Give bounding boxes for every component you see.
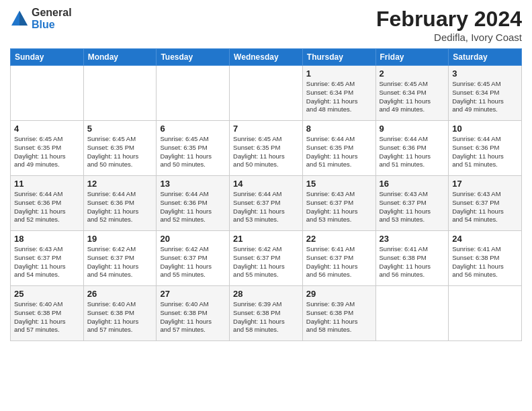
day-header-sunday: Sunday xyxy=(11,49,84,66)
day-header-friday: Friday xyxy=(375,49,449,66)
location: Dedifla, Ivory Coast xyxy=(376,32,522,43)
cell-info: Sunrise: 6:41 AM Sunset: 6:38 PM Dayligh… xyxy=(380,245,445,279)
calendar-cell: 4Sunrise: 6:45 AM Sunset: 6:35 PM Daylig… xyxy=(11,121,84,176)
day-header-wednesday: Wednesday xyxy=(230,49,303,66)
cell-info: Sunrise: 6:43 AM Sunset: 6:37 PM Dayligh… xyxy=(14,245,80,279)
day-number: 16 xyxy=(380,179,445,189)
calendar-cell: 7Sunrise: 6:45 AM Sunset: 6:35 PM Daylig… xyxy=(230,121,303,176)
day-number: 12 xyxy=(87,179,153,189)
calendar-cell: 17Sunrise: 6:43 AM Sunset: 6:37 PM Dayli… xyxy=(449,176,522,231)
cell-info: Sunrise: 6:44 AM Sunset: 6:36 PM Dayligh… xyxy=(380,135,445,169)
calendar-cell: 14Sunrise: 6:44 AM Sunset: 6:37 PM Dayli… xyxy=(230,176,303,231)
calendar-cell: 18Sunrise: 6:43 AM Sunset: 6:37 PM Dayli… xyxy=(11,231,84,286)
day-number: 27 xyxy=(160,289,226,299)
cell-info: Sunrise: 6:45 AM Sunset: 6:35 PM Dayligh… xyxy=(233,135,299,169)
calendar-cell: 5Sunrise: 6:45 AM Sunset: 6:35 PM Daylig… xyxy=(83,121,157,176)
day-number: 2 xyxy=(380,68,445,79)
day-number: 28 xyxy=(233,289,299,299)
calendar-cell: 13Sunrise: 6:44 AM Sunset: 6:36 PM Dayli… xyxy=(157,176,230,231)
svg-marker-1 xyxy=(19,11,28,26)
cell-info: Sunrise: 6:40 AM Sunset: 6:38 PM Dayligh… xyxy=(87,300,153,334)
calendar-cell: 11Sunrise: 6:44 AM Sunset: 6:36 PM Dayli… xyxy=(11,176,84,231)
day-number: 14 xyxy=(233,179,299,189)
day-number: 11 xyxy=(14,179,80,189)
logo-general: General xyxy=(32,7,72,19)
cell-info: Sunrise: 6:44 AM Sunset: 6:36 PM Dayligh… xyxy=(160,190,226,224)
calendar-cell xyxy=(230,66,303,121)
day-number: 22 xyxy=(306,234,372,244)
calendar-cell: 21Sunrise: 6:42 AM Sunset: 6:37 PM Dayli… xyxy=(230,231,303,286)
day-header-tuesday: Tuesday xyxy=(157,49,230,66)
week-row-3: 11Sunrise: 6:44 AM Sunset: 6:36 PM Dayli… xyxy=(11,176,522,231)
day-number: 6 xyxy=(160,124,226,134)
calendar-cell: 6Sunrise: 6:45 AM Sunset: 6:35 PM Daylig… xyxy=(157,121,230,176)
calendar-cell: 9Sunrise: 6:44 AM Sunset: 6:36 PM Daylig… xyxy=(375,121,449,176)
week-row-5: 25Sunrise: 6:40 AM Sunset: 6:38 PM Dayli… xyxy=(11,286,522,341)
calendar-cell: 16Sunrise: 6:43 AM Sunset: 6:37 PM Dayli… xyxy=(375,176,449,231)
day-number: 25 xyxy=(14,289,80,299)
day-number: 29 xyxy=(306,289,372,299)
calendar-cell: 29Sunrise: 6:39 AM Sunset: 6:38 PM Dayli… xyxy=(302,286,375,341)
day-number: 21 xyxy=(233,234,299,244)
calendar-cell: 19Sunrise: 6:42 AM Sunset: 6:37 PM Dayli… xyxy=(83,231,157,286)
logo: General Blue xyxy=(10,7,72,30)
calendar-cell xyxy=(449,286,522,341)
page: General Blue February 2024 Dedifla, Ivor… xyxy=(0,0,532,348)
header: General Blue February 2024 Dedifla, Ivor… xyxy=(10,7,522,43)
cell-info: Sunrise: 6:45 AM Sunset: 6:35 PM Dayligh… xyxy=(14,135,80,169)
cell-info: Sunrise: 6:42 AM Sunset: 6:37 PM Dayligh… xyxy=(233,245,299,279)
day-number: 19 xyxy=(87,234,153,244)
cell-info: Sunrise: 6:43 AM Sunset: 6:37 PM Dayligh… xyxy=(380,190,445,224)
day-number: 4 xyxy=(14,124,80,134)
calendar-cell: 27Sunrise: 6:40 AM Sunset: 6:38 PM Dayli… xyxy=(157,286,230,341)
cell-info: Sunrise: 6:45 AM Sunset: 6:35 PM Dayligh… xyxy=(160,135,226,169)
day-number: 5 xyxy=(87,124,153,134)
day-number: 8 xyxy=(306,124,372,134)
calendar-cell: 3Sunrise: 6:45 AM Sunset: 6:34 PM Daylig… xyxy=(449,66,522,121)
day-number: 1 xyxy=(306,68,372,79)
calendar-cell: 1Sunrise: 6:45 AM Sunset: 6:34 PM Daylig… xyxy=(302,66,375,121)
cell-info: Sunrise: 6:42 AM Sunset: 6:37 PM Dayligh… xyxy=(87,245,153,279)
cell-info: Sunrise: 6:43 AM Sunset: 6:37 PM Dayligh… xyxy=(306,190,372,224)
day-number: 18 xyxy=(14,234,80,244)
cell-info: Sunrise: 6:39 AM Sunset: 6:38 PM Dayligh… xyxy=(233,300,299,334)
calendar-cell: 25Sunrise: 6:40 AM Sunset: 6:38 PM Dayli… xyxy=(11,286,84,341)
calendar-cell: 26Sunrise: 6:40 AM Sunset: 6:38 PM Dayli… xyxy=(83,286,157,341)
day-number: 23 xyxy=(380,234,445,244)
calendar-cell: 20Sunrise: 6:42 AM Sunset: 6:37 PM Dayli… xyxy=(157,231,230,286)
calendar-cell xyxy=(375,286,449,341)
day-number: 26 xyxy=(87,289,153,299)
calendar-cell xyxy=(157,66,230,121)
day-number: 20 xyxy=(160,234,226,244)
day-number: 9 xyxy=(380,124,445,134)
cell-info: Sunrise: 6:45 AM Sunset: 6:34 PM Dayligh… xyxy=(306,80,372,114)
week-row-2: 4Sunrise: 6:45 AM Sunset: 6:35 PM Daylig… xyxy=(11,121,522,176)
cell-info: Sunrise: 6:42 AM Sunset: 6:37 PM Dayligh… xyxy=(160,245,226,279)
day-header-monday: Monday xyxy=(83,49,157,66)
month-title: February 2024 xyxy=(376,7,522,32)
calendar-cell: 2Sunrise: 6:45 AM Sunset: 6:34 PM Daylig… xyxy=(375,66,449,121)
calendar-cell: 12Sunrise: 6:44 AM Sunset: 6:36 PM Dayli… xyxy=(83,176,157,231)
cell-info: Sunrise: 6:45 AM Sunset: 6:35 PM Dayligh… xyxy=(87,135,153,169)
day-header-thursday: Thursday xyxy=(302,49,375,66)
day-number: 24 xyxy=(452,234,518,244)
calendar-table: SundayMondayTuesdayWednesdayThursdayFrid… xyxy=(10,48,522,341)
day-number: 17 xyxy=(452,179,518,189)
calendar-cell: 22Sunrise: 6:41 AM Sunset: 6:37 PM Dayli… xyxy=(302,231,375,286)
cell-info: Sunrise: 6:44 AM Sunset: 6:36 PM Dayligh… xyxy=(452,135,518,169)
calendar-cell: 23Sunrise: 6:41 AM Sunset: 6:38 PM Dayli… xyxy=(375,231,449,286)
logo-icon xyxy=(10,9,29,28)
day-number: 13 xyxy=(160,179,226,189)
cell-info: Sunrise: 6:41 AM Sunset: 6:37 PM Dayligh… xyxy=(306,245,372,279)
week-row-4: 18Sunrise: 6:43 AM Sunset: 6:37 PM Dayli… xyxy=(11,231,522,286)
day-number: 3 xyxy=(452,68,518,79)
cell-info: Sunrise: 6:45 AM Sunset: 6:34 PM Dayligh… xyxy=(380,80,445,114)
calendar-cell: 10Sunrise: 6:44 AM Sunset: 6:36 PM Dayli… xyxy=(449,121,522,176)
calendar-cell xyxy=(83,66,157,121)
header-row: SundayMondayTuesdayWednesdayThursdayFrid… xyxy=(11,49,522,66)
calendar-cell xyxy=(11,66,84,121)
cell-info: Sunrise: 6:41 AM Sunset: 6:38 PM Dayligh… xyxy=(452,245,518,279)
calendar-cell: 15Sunrise: 6:43 AM Sunset: 6:37 PM Dayli… xyxy=(302,176,375,231)
calendar-cell: 24Sunrise: 6:41 AM Sunset: 6:38 PM Dayli… xyxy=(449,231,522,286)
cell-info: Sunrise: 6:39 AM Sunset: 6:38 PM Dayligh… xyxy=(306,300,372,334)
